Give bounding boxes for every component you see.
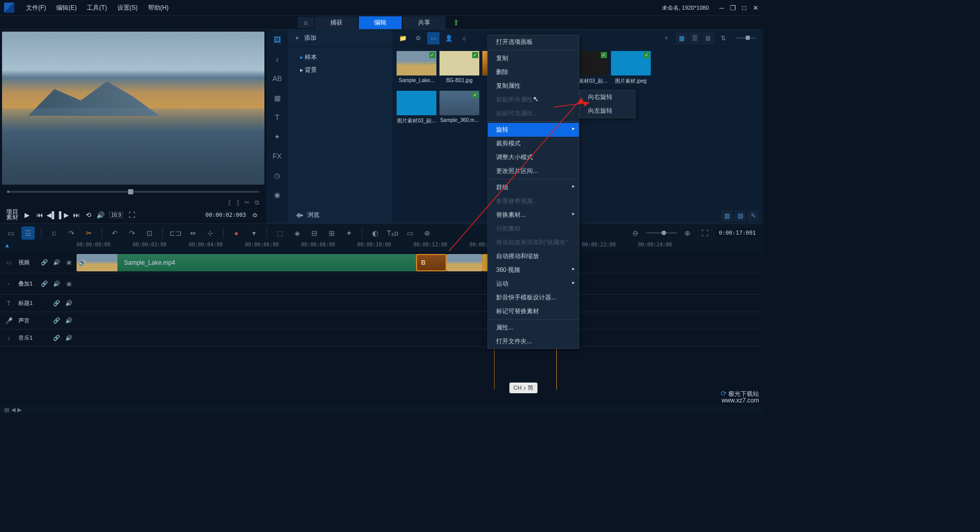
filter-video-icon[interactable]: ▭ <box>427 32 439 44</box>
ctx-rotate[interactable]: 旋转 <box>488 123 579 137</box>
thumb-image[interactable] <box>397 91 436 115</box>
clear-search-icon[interactable]: × <box>665 35 668 42</box>
video-track[interactable]: 🔊 Sample_Lake.mp4 B 图片 <box>77 252 763 273</box>
tab-home[interactable]: ⌂ <box>298 17 313 28</box>
go-start-button[interactable]: ⏮ <box>34 209 45 220</box>
media-tab-icon[interactable]: 🖼 <box>271 34 283 46</box>
ar-tab-icon[interactable]: ◉ <box>271 189 283 201</box>
thumb-image[interactable] <box>611 51 651 75</box>
marker-tool-icon[interactable]: ▾ <box>247 226 260 240</box>
graphics-tab-icon[interactable]: ✦ <box>271 131 283 143</box>
title-track[interactable] <box>77 295 763 312</box>
track-mute-icon[interactable]: 🔊 <box>53 281 60 287</box>
ctx-delete[interactable]: 删除 <box>488 65 579 79</box>
preview-timecode[interactable]: 00:00:02:003 <box>204 211 248 219</box>
audio-tab-icon[interactable]: ♪ <box>271 53 283 65</box>
ctx-open-panel[interactable]: 打开选项面板 <box>488 35 579 49</box>
track-manager-icon[interactable]: ▤ <box>4 407 9 413</box>
ctx-mark-replace[interactable]: 标记可替换素材 <box>488 305 579 318</box>
sound-track[interactable] <box>77 312 763 330</box>
ctx-replace[interactable]: 替换素材... <box>488 208 579 222</box>
options-panel-icon[interactable]: ▥ <box>721 210 732 221</box>
track-mute-icon[interactable]: 🔊 <box>53 259 60 266</box>
motion-tab-icon[interactable]: ◷ <box>271 169 283 182</box>
submenu-rotate-right[interactable]: 向右旋转 <box>580 90 635 104</box>
redo-icon[interactable]: ↷ <box>65 226 78 240</box>
timecode-stepper[interactable]: ≎ <box>249 209 260 220</box>
undo-icon[interactable]: ⎌ <box>47 226 61 240</box>
upload-icon[interactable]: ⬆ <box>447 16 465 30</box>
clip-image-2[interactable] <box>447 254 482 271</box>
sort-icon[interactable]: ⇅ <box>717 32 729 44</box>
play-button[interactable]: ▶ <box>21 209 33 220</box>
ctx-template[interactable]: 影音快手模板设计器... <box>488 291 579 305</box>
track-mute-icon[interactable]: 🔊 <box>65 335 72 341</box>
timeline-timecode[interactable]: 0:00:17:001 <box>716 229 759 237</box>
mark-in-icon[interactable]: ⟦ <box>228 199 231 206</box>
view-grid-icon[interactable]: ⊞ <box>702 32 714 44</box>
ctx-360[interactable]: 360 视频 <box>488 263 579 277</box>
preview-marker[interactable] <box>128 189 133 194</box>
timeline-view-icon[interactable]: ☲ <box>21 226 35 240</box>
filter-photo-icon[interactable]: 👤 <box>443 32 455 44</box>
restore-button[interactable]: ❐ <box>729 4 737 11</box>
tool-3-icon[interactable]: ⊡ <box>143 226 156 240</box>
menu-file[interactable]: 文件(F) <box>22 2 50 14</box>
track-link-icon[interactable]: 🔗 <box>53 335 60 341</box>
track-lock-icon[interactable]: ▣ <box>65 281 72 287</box>
ctx-motion[interactable]: 运动 <box>488 277 579 291</box>
track-link-icon[interactable]: 🔗 <box>41 259 48 266</box>
media-thumb[interactable]: 图片素材.jpeg <box>611 51 651 85</box>
tab-capture[interactable]: 捕获 <box>315 16 358 29</box>
volume-button[interactable]: 🔊 <box>95 209 106 220</box>
view-thumb-icon[interactable]: ▦ <box>675 32 688 44</box>
next-frame-button[interactable]: ▌▶ <box>58 209 69 220</box>
cut-icon[interactable]: ✂ <box>82 226 95 240</box>
tab-share[interactable]: 共享 <box>403 16 446 29</box>
fx-tab-icon[interactable]: FX <box>271 150 283 162</box>
track-lock-icon[interactable]: ▣ <box>65 259 72 266</box>
zoom-tool-icon[interactable]: ⊹ <box>204 226 217 240</box>
effect-5-icon[interactable]: ✦ <box>342 226 356 240</box>
track-link-icon[interactable]: 🔗 <box>41 281 48 287</box>
tree-sample[interactable]: ▸ 样本 <box>296 51 384 64</box>
media-thumb[interactable]: 图片素材03_副... <box>397 91 436 124</box>
record-icon[interactable]: ⚙ <box>412 32 424 44</box>
preview-toggle[interactable]: ⟴ 浏览 <box>288 207 328 223</box>
media-thumb[interactable]: BG-B01.jpg <box>439 51 479 85</box>
track-link-icon[interactable]: 🔗 <box>53 300 60 307</box>
ctx-auto-pan[interactable]: 自动摇动和缩放 <box>488 249 579 263</box>
tree-background[interactable]: ▸ 背景 <box>296 64 384 77</box>
storyboard-view-icon[interactable]: ▭ <box>4 226 17 240</box>
ctx-copy-attr[interactable]: 复制属性 <box>488 79 579 93</box>
ctx-open-folder[interactable]: 打开文件夹... <box>488 335 579 348</box>
expand-icon[interactable]: ⛶ <box>126 209 137 220</box>
grid-icon[interactable]: ⊞ <box>325 226 338 240</box>
zoom-in-icon[interactable]: ⊕ <box>681 226 694 240</box>
media-thumb[interactable]: Sample_360.m... <box>439 91 479 124</box>
go-end-button[interactable]: ⏭ <box>70 209 82 220</box>
subtitle-icon[interactable]: ▭ <box>403 226 416 240</box>
menu-settings[interactable]: 设置(S) <box>113 2 142 14</box>
fit-timeline-icon[interactable]: ⛶ <box>698 226 712 240</box>
timeline-ruler[interactable]: ▲ 00:00:00:0000:00:02:0000:00:04:0000:00… <box>0 242 763 252</box>
edit-panel-icon[interactable]: ✎ <box>748 210 759 221</box>
track-link-icon[interactable]: 🔗 <box>53 317 60 324</box>
filter-audio-icon[interactable]: ♫ <box>458 32 470 44</box>
aspect-ratio[interactable]: 16:9 <box>109 212 123 218</box>
thumb-image[interactable] <box>439 91 479 115</box>
view-list-icon[interactable]: ☰ <box>689 32 701 44</box>
text-3d-icon[interactable]: T₃ᴅ <box>386 226 399 240</box>
mark-out-icon[interactable]: ⟧ <box>236 199 239 206</box>
music-track[interactable] <box>77 330 763 347</box>
menu-edit[interactable]: 编辑(E) <box>52 2 81 14</box>
ctx-resize[interactable]: 调整大小模式 <box>488 150 579 164</box>
ctx-group[interactable]: 群组 <box>488 181 579 194</box>
title-tab-icon[interactable]: T <box>271 111 283 123</box>
thumb-image[interactable] <box>439 51 479 75</box>
menu-tools[interactable]: 工具(T) <box>83 2 111 14</box>
motion-track-icon[interactable]: ⊕ <box>421 226 434 240</box>
scroll-left-icon[interactable]: ◀ <box>11 407 15 413</box>
menu-help[interactable]: 帮助(H) <box>144 2 173 14</box>
effect-2-icon[interactable]: ◈ <box>290 226 304 240</box>
